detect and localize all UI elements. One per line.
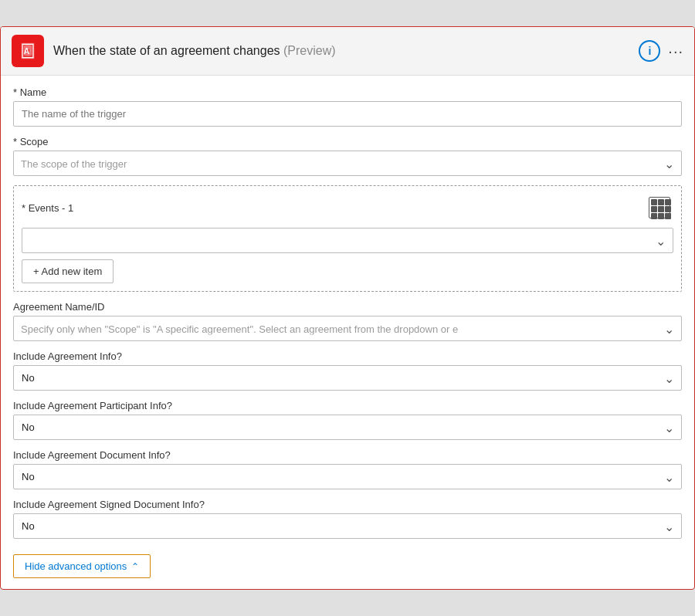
include-participant-label: Include Agreement Participant Info? bbox=[13, 400, 682, 411]
grid-cell-4 bbox=[651, 206, 657, 212]
grid-cell-1 bbox=[651, 199, 657, 205]
grid-cell-2 bbox=[658, 199, 664, 205]
events-select[interactable] bbox=[22, 228, 673, 253]
agreement-name-label: Agreement Name/ID bbox=[13, 301, 682, 313]
chevron-up-icon: ⌃ bbox=[131, 561, 139, 572]
events-header: * Events - 1 bbox=[22, 194, 673, 222]
include-info-label: Include Agreement Info? bbox=[13, 350, 682, 362]
name-label: * Name bbox=[13, 86, 682, 98]
header-actions: i ··· bbox=[639, 40, 683, 62]
name-field-group: * Name bbox=[13, 86, 682, 127]
form-body: * Name * Scope ⌄ The scope of the trigge… bbox=[1, 76, 694, 589]
include-info-field-group: Include Agreement Info? No Yes ⌄ bbox=[13, 350, 682, 391]
include-signed-select[interactable]: No Yes bbox=[13, 513, 682, 539]
hide-advanced-button[interactable]: Hide advanced options ⌃ bbox=[13, 554, 151, 578]
scope-select-wrapper: ⌄ The scope of the trigger bbox=[13, 151, 682, 176]
include-participant-field-group: Include Agreement Participant Info? No Y… bbox=[13, 400, 682, 440]
trigger-card: A When the state of an agreement changes… bbox=[0, 26, 695, 590]
agreement-name-field-group: Agreement Name/ID ⌄ Specify only when "S… bbox=[13, 301, 682, 341]
events-section: * Events - 1 bbox=[13, 185, 682, 292]
grid-cell-3 bbox=[665, 199, 671, 205]
grid-cell-7 bbox=[651, 213, 657, 219]
events-grid-icon-button[interactable] bbox=[646, 194, 673, 222]
include-document-select-wrapper: No Yes ⌄ bbox=[13, 464, 682, 489]
agreement-name-select[interactable] bbox=[13, 316, 682, 341]
add-new-item-button[interactable]: + Add new item bbox=[22, 259, 114, 283]
include-info-select[interactable]: No Yes bbox=[13, 365, 682, 391]
events-dropdown-row: ⌄ bbox=[22, 228, 673, 253]
events-select-wrapper: ⌄ bbox=[22, 228, 673, 253]
agreement-name-select-wrapper: ⌄ Specify only when "Scope" is "A specif… bbox=[13, 316, 682, 341]
grid-cell-5 bbox=[658, 206, 664, 212]
include-signed-label: Include Agreement Signed Document Info? bbox=[13, 499, 682, 510]
adobe-sign-icon: A bbox=[12, 35, 44, 67]
include-document-field-group: Include Agreement Document Info? No Yes … bbox=[13, 449, 682, 489]
include-signed-field-group: Include Agreement Signed Document Info? … bbox=[13, 499, 682, 539]
svg-text:A: A bbox=[24, 46, 30, 56]
include-document-label: Include Agreement Document Info? bbox=[13, 449, 682, 461]
more-options-button[interactable]: ··· bbox=[668, 42, 683, 60]
include-info-select-wrapper: No Yes ⌄ bbox=[13, 365, 682, 391]
preview-badge: (Preview) bbox=[283, 44, 336, 57]
include-document-select[interactable]: No Yes bbox=[13, 464, 682, 489]
scope-label: * Scope bbox=[13, 136, 682, 147]
hide-advanced-label: Hide advanced options bbox=[25, 560, 127, 572]
grid-cell-6 bbox=[665, 206, 671, 212]
events-label: * Events - 1 bbox=[22, 202, 73, 214]
scope-field-group: * Scope ⌄ The scope of the trigger bbox=[13, 136, 682, 176]
card-header: A When the state of an agreement changes… bbox=[1, 27, 694, 76]
grid-icon bbox=[649, 197, 670, 218]
grid-cell-9 bbox=[665, 213, 671, 219]
info-button[interactable]: i bbox=[639, 40, 660, 62]
include-signed-select-wrapper: No Yes ⌄ bbox=[13, 513, 682, 539]
card-title: When the state of an agreement changes (… bbox=[53, 44, 629, 58]
include-participant-select-wrapper: No Yes ⌄ bbox=[13, 415, 682, 440]
include-participant-select[interactable]: No Yes bbox=[13, 415, 682, 440]
scope-select[interactable] bbox=[13, 151, 682, 176]
grid-cell-8 bbox=[658, 213, 664, 219]
name-input[interactable] bbox=[13, 101, 682, 127]
